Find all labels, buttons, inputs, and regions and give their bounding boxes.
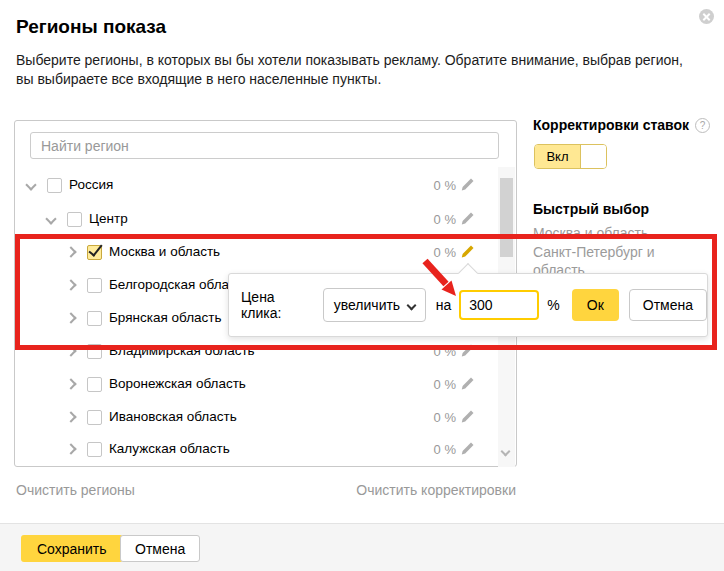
region-label: Воронежская область <box>109 376 246 391</box>
edit-pencil-icon[interactable] <box>460 177 475 192</box>
checkbox[interactable] <box>67 212 82 227</box>
checkbox[interactable] <box>87 377 102 392</box>
preposition-label: на <box>436 297 452 313</box>
page-title: Регионы показа <box>16 16 166 38</box>
dialog-description: Выберите регионы, в которых вы бы хотели… <box>16 51 692 89</box>
bid-percent: 0 % <box>434 178 456 193</box>
checkbox-checked[interactable] <box>87 245 102 260</box>
chevron-down-icon[interactable] <box>45 213 56 224</box>
toggle-knob <box>581 145 606 168</box>
save-button[interactable]: Сохранить <box>21 535 123 562</box>
chevron-down-icon <box>406 300 416 310</box>
region-label: Ивановская область <box>109 409 237 424</box>
edit-pencil-icon[interactable] <box>460 211 475 226</box>
tree-row-voronezh[interactable]: Воронежская область 0 % <box>15 368 516 401</box>
edit-pencil-icon[interactable] <box>460 409 475 424</box>
popup-cancel-button[interactable]: Отмена <box>629 289 707 321</box>
scrollbar-thumb[interactable] <box>500 178 513 257</box>
dialog-footer: Сохранить Отмена <box>0 523 724 571</box>
region-label: Калужская область <box>109 441 230 456</box>
chevron-down-icon[interactable] <box>25 179 36 190</box>
checkbox[interactable] <box>87 278 102 293</box>
checkbox[interactable] <box>47 178 62 193</box>
bid-percent: 0 % <box>434 442 456 457</box>
bid-percent: 0 % <box>434 245 456 260</box>
chevron-right-icon[interactable] <box>65 443 76 454</box>
region-label: Москва и область <box>109 244 220 259</box>
checkbox[interactable] <box>87 442 102 457</box>
checkbox[interactable] <box>87 410 102 425</box>
chevron-right-icon[interactable] <box>65 378 76 389</box>
chevron-right-icon[interactable] <box>65 279 76 290</box>
search-input[interactable] <box>30 132 499 159</box>
price-action-value: увеличить <box>334 297 400 313</box>
region-label: Владимирская область <box>109 343 255 358</box>
click-price-label: Цена клика: <box>241 289 313 321</box>
edit-pencil-icon[interactable] <box>460 376 475 391</box>
quick-link-moscow[interactable]: Москва и область <box>533 224 693 242</box>
bid-percent: 0 % <box>434 212 456 227</box>
clear-regions-link[interactable]: Очистить регионы <box>16 482 135 498</box>
bid-adjustments-title-text: Корректировки ставок <box>533 117 689 133</box>
tree-row-ivanovo[interactable]: Ивановская область 0 % <box>15 401 516 434</box>
adjustments-toggle[interactable]: Вкл <box>534 144 607 169</box>
bid-adjustment-popup: Цена клика: увеличить на % Ок Отмена <box>228 273 708 337</box>
bid-percent: 0 % <box>434 344 456 359</box>
bid-percent: 0 % <box>434 377 456 392</box>
chevron-right-icon[interactable] <box>65 345 76 356</box>
checkbox[interactable] <box>87 311 102 326</box>
region-label: Центр <box>89 211 128 226</box>
edit-pencil-icon[interactable] <box>460 244 475 259</box>
regions-dialog: Регионы показа Выберите регионы, в котор… <box>0 0 724 571</box>
bid-adjustments-title: Корректировки ставок ? <box>533 117 710 133</box>
tree-row-kaluga[interactable]: Калужская область 0 % <box>15 433 516 466</box>
tree-row-moscow[interactable]: Москва и область 0 % <box>15 236 516 269</box>
tree-row-vladimir[interactable]: Владимирская область 0 % <box>15 335 516 368</box>
edit-pencil-icon[interactable] <box>460 343 475 358</box>
percent-sign: % <box>547 297 559 313</box>
tree-row-center[interactable]: Центр 0 % <box>15 203 516 236</box>
toggle-on-label: Вкл <box>535 145 581 168</box>
region-label: Брянская область <box>109 310 222 325</box>
percent-input[interactable] <box>459 290 539 320</box>
checkbox[interactable] <box>87 344 102 359</box>
quick-select-title: Быстрый выбор <box>533 201 649 217</box>
chevron-right-icon[interactable] <box>65 246 76 257</box>
clear-adjustments-link[interactable]: Очистить корректировки <box>356 482 516 498</box>
chevron-right-icon[interactable] <box>65 411 76 422</box>
chevron-right-icon[interactable] <box>65 312 76 323</box>
help-icon[interactable]: ? <box>695 118 710 133</box>
bid-percent: 0 % <box>434 410 456 425</box>
region-label: Россия <box>69 177 113 192</box>
edit-pencil-icon[interactable] <box>460 441 475 456</box>
cancel-button[interactable]: Отмена <box>120 535 200 562</box>
popup-ok-button[interactable]: Ок <box>572 289 619 321</box>
scrollbar-down-icon[interactable] <box>502 441 509 459</box>
close-icon[interactable] <box>699 9 714 24</box>
tree-row-russia[interactable]: Россия 0 % <box>15 169 516 202</box>
price-action-select[interactable]: увеличить <box>323 288 426 322</box>
